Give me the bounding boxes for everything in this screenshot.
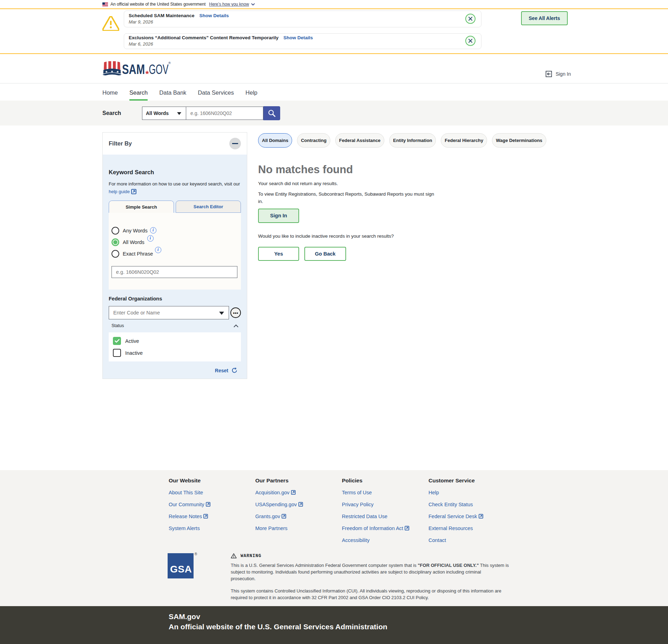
svg-text:GOV: GOV — [149, 62, 169, 77]
svg-text:SAM: SAM — [122, 62, 145, 77]
svg-text:®: ® — [168, 61, 171, 65]
